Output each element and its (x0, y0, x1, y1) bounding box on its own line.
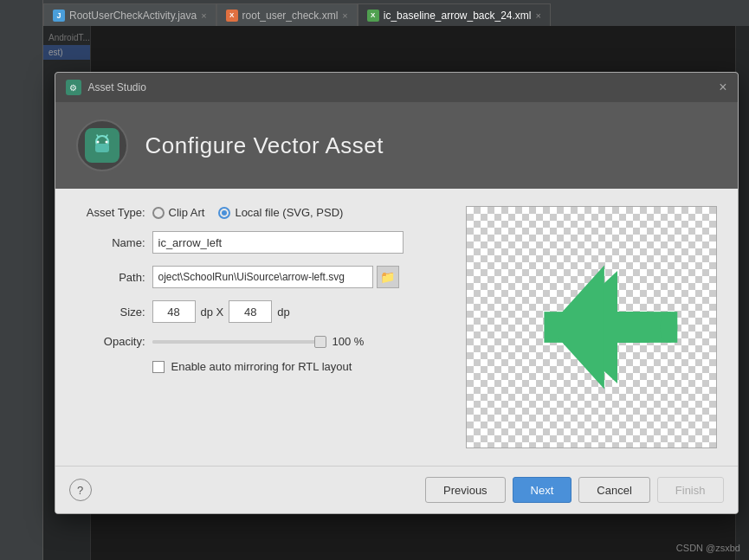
opacity-row: Opacity: 100 % (76, 335, 449, 348)
modal-overlay: ⚙ Asset Studio × (43, 26, 749, 560)
clip-art-label: Clip Art (169, 206, 205, 219)
watermark: CSDN @zsxbd (676, 543, 740, 553)
svg-marker-10 (548, 266, 604, 389)
cancel-button[interactable]: Cancel (578, 477, 649, 503)
path-input[interactable] (152, 266, 373, 288)
dialog-titlebar-content: ⚙ Asset Studio (66, 80, 146, 95)
next-button[interactable]: Next (513, 477, 572, 503)
xml-green-icon: X (367, 10, 379, 22)
dialog-footer: ? Previous Next Cancel Finish (55, 466, 738, 513)
opacity-controls: 100 % (152, 335, 371, 348)
auto-mirror-checkbox[interactable] (152, 361, 165, 373)
form-section: Asset Type: Clip Art Local file (SVG, PS… (76, 206, 449, 448)
main-area: AndroidT... est) ⚙ Asset Studio × (43, 26, 749, 560)
tab-bar: J RootUserCheckActivity.java × X root_us… (43, 0, 749, 26)
checkbox-row: Enable auto mirroring for RTL layout (76, 360, 449, 373)
tab-xml-orange[interactable]: X root_user_check.xml × (216, 3, 358, 26)
svg-point-3 (105, 141, 107, 144)
path-row: Path: 📁 (76, 266, 449, 288)
local-file-option[interactable]: Local file (SVG, PSD) (218, 206, 343, 219)
path-input-row: 📁 (152, 266, 399, 288)
tab-xml-green-label: ic_baseline_arrow_back_24.xml (384, 10, 532, 22)
auto-mirror-label: Enable auto mirroring for RTL layout (171, 360, 352, 373)
arrow-svg-overlay (467, 207, 716, 447)
asset-type-radio-group: Clip Art Local file (SVG, PSD) (152, 206, 344, 219)
svg-point-2 (96, 141, 99, 144)
tab-xml-orange-label: root_user_check.xml (242, 10, 339, 22)
android-icon-svg (88, 132, 116, 159)
name-label: Name: (76, 236, 145, 249)
opacity-value: 100 % (333, 335, 371, 348)
size-width-input[interactable] (152, 300, 196, 323)
svg-rect-11 (660, 312, 677, 343)
clip-art-option[interactable]: Clip Art (152, 206, 205, 219)
asset-studio-icon: ⚙ (66, 80, 81, 95)
opacity-slider-fill (152, 340, 326, 344)
tab-xml-orange-close[interactable]: × (342, 10, 347, 21)
dialog-header-title: Configure Vector Asset (145, 132, 384, 159)
asset-type-label: Asset Type: (76, 206, 145, 219)
footer-left: ? (69, 479, 92, 501)
java-icon: J (53, 10, 65, 22)
tab-java-close[interactable]: × (201, 10, 206, 21)
name-input[interactable] (152, 231, 404, 254)
previous-button[interactable]: Previous (425, 477, 506, 503)
local-file-radio[interactable] (218, 207, 230, 219)
footer-buttons: Previous Next Cancel Finish (425, 477, 723, 503)
opacity-slider-thumb[interactable] (314, 336, 326, 348)
dialog-titlebar: ⚙ Asset Studio × (55, 73, 738, 102)
dp-label: dp (277, 306, 289, 319)
left-sidebar (0, 0, 43, 560)
tab-java[interactable]: J RootUserCheckActivity.java × (43, 3, 216, 26)
svg-rect-1 (95, 144, 109, 152)
tab-java-label: RootUserCheckActivity.java (69, 10, 197, 22)
browse-folder-button[interactable]: 📁 (377, 266, 399, 288)
auto-mirror-checkbox-row: Enable auto mirroring for RTL layout (152, 360, 352, 373)
name-row: Name: (76, 231, 449, 254)
dialog-body: Asset Type: Clip Art Local file (SVG, PS… (55, 189, 738, 466)
clip-art-radio[interactable] (152, 207, 165, 219)
preview-canvas (466, 206, 717, 448)
asset-type-row: Asset Type: Clip Art Local file (SVG, PS… (76, 206, 449, 219)
size-height-input[interactable] (229, 300, 272, 323)
preview-section (466, 206, 717, 448)
opacity-label: Opacity: (76, 335, 145, 348)
tab-xml-green-close[interactable]: × (536, 10, 541, 21)
local-file-label: Local file (SVG, PSD) (235, 206, 343, 219)
dialog-title: Asset Studio (88, 81, 146, 93)
finish-button: Finish (657, 477, 724, 503)
dp-x-label: dp X (201, 306, 224, 319)
configure-vector-asset-dialog: ⚙ Asset Studio × (55, 72, 739, 514)
android-studio-icon (85, 128, 119, 163)
size-label: Size: (76, 306, 145, 319)
size-inputs: dp X dp (152, 300, 290, 323)
opacity-slider-track (152, 340, 326, 344)
size-row: Size: dp X dp (76, 300, 449, 323)
dialog-close-button[interactable]: × (719, 80, 726, 94)
dialog-header: Configure Vector Asset (55, 102, 738, 189)
dialog-header-icon-circle (76, 119, 128, 171)
xml-orange-icon: X (226, 10, 238, 22)
help-button[interactable]: ? (69, 479, 92, 501)
path-label: Path: (76, 271, 145, 284)
tab-xml-green[interactable]: X ic_baseline_arrow_back_24.xml × (358, 3, 551, 26)
